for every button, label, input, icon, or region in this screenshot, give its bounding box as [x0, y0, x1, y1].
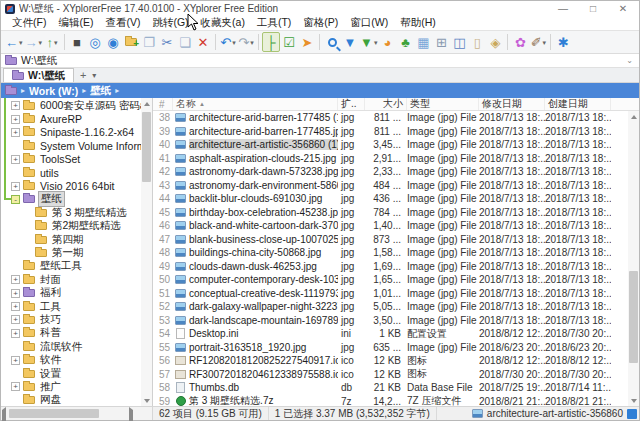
file-name[interactable]: backlit-blur-clouds-691030.jpg [188, 193, 338, 204]
tree-item-label[interactable]: 推广 [38, 380, 63, 394]
address-path[interactable]: W:\壁纸 [21, 54, 58, 68]
tree-item-label[interactable]: 技巧 [38, 313, 63, 327]
tree-item-label[interactable]: 软件 [38, 353, 63, 367]
tree-item[interactable]: +Visio 2016 64bit [1, 179, 141, 192]
file-name[interactable]: Thumbs.db [188, 382, 338, 393]
tree-item[interactable]: 第四期 [1, 233, 141, 246]
tree-item[interactable]: +技巧 [1, 313, 141, 326]
tree-item[interactable]: 网盘 [1, 394, 141, 406]
table-row[interactable]: 49clouds-dawn-dusk-46253.jpgjpg1,69...Im… [153, 260, 628, 274]
table-row[interactable]: 50computer-contemporary-desk-103684...jp… [153, 273, 628, 287]
file-name[interactable]: Desktop.ini [188, 328, 338, 339]
tab-active[interactable]: W:\壁纸 [3, 68, 74, 82]
expand-icon[interactable]: + [11, 128, 20, 137]
tree-item-label[interactable]: System Volume Information [38, 140, 153, 152]
folder-sizes-button[interactable]: ♣ [396, 32, 414, 52]
table-row[interactable]: 52dark-galaxy-wallpaper-night-32237.jpgj… [153, 300, 628, 314]
column-header-ext[interactable]: 扩.. [338, 98, 365, 110]
column-header-created[interactable]: 创建日期 [545, 98, 611, 110]
table-row[interactable]: 53dark-landscape-mountain-169789.jpgjpg3… [153, 314, 628, 328]
dropdown-arrow-icon[interactable]: ▾ [54, 39, 58, 46]
reports-button[interactable]: ◕ [378, 32, 396, 52]
hotlist-button[interactable]: ◎ [86, 32, 104, 52]
tree-item-label[interactable]: 福利 [38, 286, 63, 300]
tree-item-label[interactable]: 网盘 [38, 393, 63, 406]
table-row[interactable]: 41asphalt-aspiration-clouds-215.jpgjpg2,… [153, 152, 628, 166]
tree-item-label[interactable]: 设置 [38, 367, 63, 381]
tree-scroll-up-icon[interactable] [141, 98, 152, 109]
expand-icon[interactable]: + [11, 289, 20, 298]
tree-item[interactable]: +6000套安卓源码 密码andro [1, 99, 141, 112]
breadcrumb-segment-1[interactable]: 壁纸 [90, 84, 111, 98]
tree-item[interactable]: +AxureRP [1, 112, 141, 125]
dropdown-arrow-icon[interactable]: ▾ [543, 39, 547, 46]
table-row[interactable]: 51conceptual-creative-desk-1119793.jpgjp… [153, 287, 628, 301]
close-button[interactable]: ✕ [617, 3, 629, 14]
tree-item[interactable]: -壁纸 [1, 193, 141, 206]
address-dropdown-icon[interactable]: ⌄ [626, 56, 635, 65]
tree-item[interactable]: +ToolsSet [1, 153, 141, 166]
tree-hscroll-right-icon[interactable] [129, 410, 133, 421]
menu-item-2[interactable]: 查看(V) [99, 16, 146, 30]
status-panel-toggle-icon[interactable] [627, 409, 637, 419]
table-row[interactable]: 59第 3 期壁纸精选.7z7z14,2...7Z 压缩文件2018/8/21 … [153, 395, 628, 407]
tree-item[interactable]: 设置 [1, 367, 141, 380]
tree-item-label[interactable]: 第 3 期壁纸精选 [50, 206, 129, 220]
table-row[interactable]: 38architecture-arid-barren-177485 (1).jp… [153, 111, 628, 125]
thumbnails-button[interactable]: ▦ [414, 32, 432, 52]
table-row[interactable]: 56RF12082018120825227540917.icoico12 KB图… [153, 354, 628, 368]
menu-item-3[interactable]: 跳转(G) [146, 16, 194, 30]
expand-icon[interactable]: + [11, 356, 20, 365]
tree-item-label[interactable]: Visio 2016 64bit [38, 180, 117, 192]
preview-pane-button[interactable]: ■ [68, 32, 86, 52]
cut-button[interactable]: ✂ [158, 32, 176, 52]
configuration-button[interactable]: ✱ [554, 32, 572, 52]
table-row[interactable]: 44backlit-blur-clouds-691030.jpgjpg436 .… [153, 192, 628, 206]
tree-item[interactable]: +推广 [1, 380, 141, 393]
tree-item-label[interactable]: 封面 [38, 273, 63, 287]
recent-locations-button[interactable]: ◉ [104, 32, 122, 52]
tree-item[interactable]: 第一期 [1, 246, 141, 259]
tab-list-dropdown-icon[interactable]: ▾ [92, 71, 106, 80]
calculator-button[interactable]: ⊞ [432, 32, 450, 52]
tree-item-label[interactable]: 第2期壁纸精选 [50, 219, 123, 233]
tree-item[interactable]: 第2期壁纸精选 [1, 220, 141, 233]
file-name[interactable]: dark-galaxy-wallpaper-night-32237.jpg [188, 301, 338, 312]
column-header-modified[interactable]: 修改日期 [479, 98, 545, 110]
tree-scroll-thumb[interactable] [142, 112, 151, 182]
visual-filter-button[interactable]: ▼▾ [359, 32, 378, 52]
file-name[interactable]: portrait-3163518_1920.jpg [188, 342, 338, 353]
file-name[interactable]: conceptual-creative-desk-1119793.jpg [188, 288, 338, 299]
new-tab-button[interactable]: + [74, 69, 92, 81]
undo-button[interactable]: ↶▾ [219, 32, 237, 52]
tree-item[interactable]: 壁纸工具 [1, 260, 141, 273]
file-name[interactable]: architecture-arid-barren-177485.jpg [188, 126, 338, 137]
collapse-icon[interactable]: - [11, 195, 20, 204]
file-name[interactable]: astronomy-dark-environment-586041.j... [188, 180, 338, 191]
file-name[interactable]: asphalt-aspiration-clouds-215.jpg [188, 153, 338, 164]
tree-item[interactable]: +工具 [1, 300, 141, 313]
expand-icon[interactable]: + [11, 182, 20, 191]
tree-item-label[interactable]: 第四期 [50, 233, 86, 247]
file-name[interactable]: dark-landscape-mountain-169789.jpg [188, 315, 338, 326]
table-row[interactable]: 46black-and-white-cartoon-dark-3706.jpgj… [153, 219, 628, 233]
tree-item-label[interactable]: 科普 [38, 326, 63, 340]
expand-icon[interactable]: + [11, 275, 20, 284]
tree-item-label[interactable]: 壁纸工具 [38, 259, 84, 273]
column-header-type[interactable]: 类型 [407, 98, 479, 110]
tree-item-label[interactable]: 工具 [38, 300, 63, 314]
dropdown-arrow-icon[interactable]: ▾ [374, 39, 378, 46]
tree-item-label[interactable]: 第一期 [50, 246, 86, 260]
table-row[interactable]: 45birthday-box-celebration-45238.jpgjpg7… [153, 206, 628, 220]
file-name[interactable]: RF12082018120825227540917.ico [188, 355, 338, 366]
list-scroll-thumb[interactable] [629, 271, 638, 363]
dropdown-arrow-icon[interactable]: ▾ [39, 39, 43, 46]
expand-icon[interactable]: + [11, 155, 20, 164]
tree-item[interactable]: +软件 [1, 353, 141, 366]
table-row[interactable]: 48buildings-china-city-50868.jpgjpg1,58.… [153, 246, 628, 260]
forward-button[interactable]: →▾ [24, 32, 44, 52]
file-name[interactable]: 第 3 期壁纸精选.7z [188, 394, 338, 406]
file-name[interactable]: astronomy-dark-dawn-573238.jpg [188, 166, 338, 177]
menu-item-0[interactable]: 文件(F) [6, 16, 52, 30]
table-row[interactable]: 40architecture-art-artistic-356860 (1).j… [153, 138, 628, 152]
